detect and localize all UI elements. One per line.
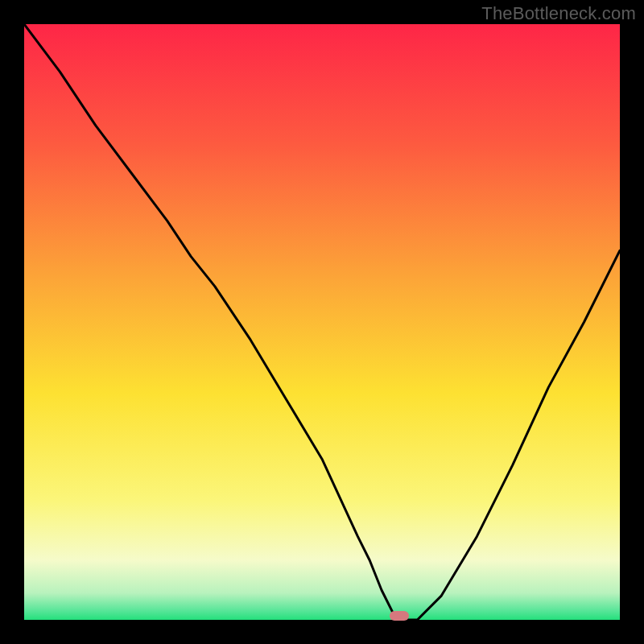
gradient-background (24, 24, 620, 620)
plot-area (24, 24, 620, 620)
optimal-point-marker (390, 611, 409, 621)
chart-container: TheBottleneck.com (0, 0, 644, 644)
chart-svg (24, 24, 620, 620)
watermark-text: TheBottleneck.com (481, 3, 636, 24)
